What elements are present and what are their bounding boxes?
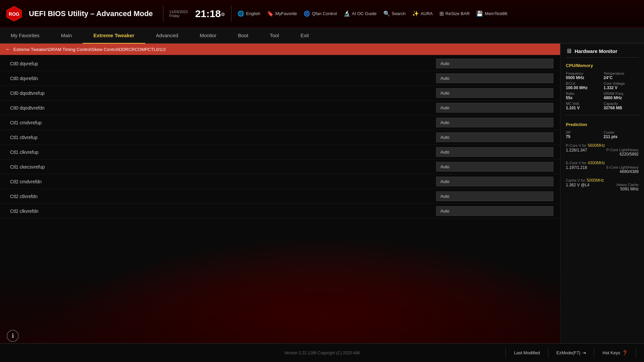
table-row: Ctl1 ctlvrefup Auto bbox=[0, 130, 560, 145]
memtest-menu[interactable]: 💾 MemTest86 bbox=[476, 10, 507, 17]
hw-cooler-value: 211 pts bbox=[604, 134, 639, 139]
hw-cpu-memory-section: CPU/Memory bbox=[566, 63, 639, 68]
hw-temperature-label: Temperature bbox=[604, 71, 639, 75]
content-area: ← Extreme Tweaker\DRAM Timing Control\Sk… bbox=[0, 44, 644, 343]
table-row: Ctl0 dqodtvrefdn Auto bbox=[0, 101, 560, 115]
search-icon: 🔍 bbox=[383, 10, 390, 17]
hw-ecore-light-heavy-value: 4690/4389 bbox=[620, 169, 639, 174]
aura-menu[interactable]: ✨ AURA bbox=[412, 10, 433, 17]
hw-ratio-label: Ratio bbox=[566, 92, 601, 96]
hw-cache-group: Cache V for 5000MHz 1.362 V @L4 Heavy Ca… bbox=[566, 178, 639, 191]
search-menu[interactable]: 🔍 Search bbox=[383, 10, 406, 17]
resizebar-menu[interactable]: ⊞ ReSize BAR bbox=[439, 10, 470, 17]
nav-advanced[interactable]: Advanced bbox=[145, 27, 189, 44]
header-divider-1 bbox=[163, 5, 163, 22]
setting-value-9[interactable]: Auto bbox=[436, 191, 553, 201]
monitor-icon: 🖥 bbox=[566, 48, 572, 55]
setting-value-8[interactable]: Auto bbox=[436, 177, 553, 186]
hw-cache-voltage-value: 1.362 V @L4 bbox=[566, 183, 589, 191]
setting-label-3: Ctl0 dqodtvrefdn bbox=[10, 105, 436, 111]
ai-icon: 🔬 bbox=[343, 10, 350, 17]
setting-label-2: Ctl0 dqodtvrefup bbox=[10, 90, 436, 96]
hw-monitor-header: 🖥 Hardware Monitor bbox=[566, 48, 639, 58]
nav-tool[interactable]: Tool bbox=[259, 27, 290, 44]
qfan-menu[interactable]: 🌀 Qfan Control bbox=[304, 10, 337, 17]
info-icon[interactable]: ℹ bbox=[7, 330, 19, 342]
setting-label-5: Ctl1 ctlvrefup bbox=[10, 135, 436, 140]
table-row: Ctl1 clkvrefup Auto bbox=[0, 145, 560, 160]
myfavorite-menu[interactable]: 🔖 MyFavorite bbox=[267, 10, 297, 17]
svg-text:ROG: ROG bbox=[9, 11, 19, 17]
ezmode-label: EzMode(F7) bbox=[556, 350, 581, 355]
setting-label-10: Ctl2 clkvrefdn bbox=[10, 208, 436, 214]
time-display: 21:18⚙ bbox=[195, 9, 225, 19]
header: ROG UEFI BIOS Utility – Advanced Mode 11… bbox=[0, 0, 644, 27]
back-arrow-icon[interactable]: ← bbox=[5, 46, 11, 52]
table-row: Ctl1 cmdvrefup Auto bbox=[0, 115, 560, 130]
setting-label-0: Ctl0 dqvrefup bbox=[10, 61, 436, 66]
setting-value-3[interactable]: Auto bbox=[436, 103, 553, 113]
hw-ecore-light-heavy-label: E-Core Light/Heavy bbox=[606, 165, 639, 169]
nav-my-favorites[interactable]: My Favorites bbox=[0, 27, 50, 44]
setting-label-8: Ctl2 cmdvrefdn bbox=[10, 179, 436, 184]
setting-label-9: Ctl2 ctlvrefdn bbox=[10, 194, 436, 199]
hw-pcore-group: P-Core V for 5600MHz 1.226/1.347 P-Core … bbox=[566, 143, 639, 157]
hw-frequency-label: Frequency bbox=[566, 71, 601, 75]
breadcrumb-text: Extreme Tweaker\DRAM Timing Control\Skew… bbox=[13, 47, 166, 52]
main-panel: ← Extreme Tweaker\DRAM Timing Control\Sk… bbox=[0, 44, 560, 343]
aioc-menu[interactable]: 🔬 AI OC Guide bbox=[343, 10, 377, 17]
english-menu[interactable]: 🌐 English bbox=[237, 10, 260, 17]
setting-label-4: Ctl1 cmdvrefup bbox=[10, 120, 436, 125]
right-panel: 🖥 Hardware Monitor CPU/Memory Frequency … bbox=[560, 44, 644, 343]
table-row: Ctl2 cmdvrefdn Auto bbox=[0, 174, 560, 189]
setting-value-7[interactable]: Auto bbox=[436, 162, 553, 172]
hotkeys-button[interactable]: Hot Keys ❓ bbox=[594, 348, 636, 358]
hw-ecore-v-for-label: E-Core V for bbox=[566, 161, 586, 165]
nav-boot[interactable]: Boot bbox=[227, 27, 259, 44]
globe-icon: 🌐 bbox=[237, 10, 244, 17]
last-modified-label: Last Modified bbox=[514, 350, 540, 355]
hw-bclk-label: BCLK bbox=[566, 81, 601, 85]
nav-extreme-tweaker[interactable]: Extreme Tweaker bbox=[83, 27, 145, 44]
setting-value-10[interactable]: Auto bbox=[436, 206, 553, 216]
hw-cooler-label: Cooler bbox=[604, 130, 639, 134]
hw-sp-label: SP bbox=[566, 130, 601, 134]
ezmode-button[interactable]: EzMode(F7) ⇥ bbox=[548, 348, 594, 358]
setting-value-6[interactable]: Auto bbox=[436, 147, 553, 157]
hw-pcore-light-heavy-label: P-Core Light/Heavy bbox=[606, 148, 639, 152]
resize-icon: ⊞ bbox=[439, 10, 444, 17]
hw-heavy-cache-label: Heavy Cache bbox=[616, 183, 639, 187]
hw-ecore-voltage-value: 1.197/1.218 bbox=[566, 165, 587, 174]
last-modified-button[interactable]: Last Modified bbox=[505, 348, 548, 358]
setting-value-4[interactable]: Auto bbox=[436, 118, 553, 127]
hw-dram-freq-value: 4800 MHz bbox=[604, 96, 639, 100]
hw-ratio-value: 55x bbox=[566, 96, 601, 100]
hw-mc-volt-value: 1.101 V bbox=[566, 106, 601, 110]
table-row: Ctl2 ctlvrefdn Auto bbox=[0, 189, 560, 204]
hw-prediction-section: Prediction bbox=[566, 122, 639, 127]
top-nav-icons: 🌐 English 🔖 MyFavorite 🌀 Qfan Control 🔬 … bbox=[237, 10, 639, 17]
nav-exit[interactable]: Exit bbox=[290, 27, 320, 44]
ezmode-icon: ⇥ bbox=[582, 350, 586, 355]
hotkeys-icon: ❓ bbox=[622, 350, 628, 355]
hw-monitor-title: Hardware Monitor bbox=[575, 48, 618, 54]
time-gear-icon[interactable]: ⚙ bbox=[221, 12, 225, 17]
hw-core-voltage-label: Core Voltage bbox=[604, 81, 639, 85]
hw-bclk-value: 100.00 MHz bbox=[566, 85, 601, 90]
hw-capacity-label: Capacity bbox=[604, 102, 639, 106]
setting-value-1[interactable]: Auto bbox=[436, 73, 553, 83]
hw-capacity-value: 32768 MB bbox=[604, 106, 639, 110]
hotkeys-label: Hot Keys bbox=[602, 350, 620, 355]
nav-monitor[interactable]: Monitor bbox=[189, 27, 227, 44]
settings-list: Ctl0 dqvrefup Auto Ctl0 dqvrefdn Auto Ct… bbox=[0, 55, 560, 343]
info-icon-area[interactable]: ℹ bbox=[7, 330, 19, 342]
fan-icon: 🌀 bbox=[304, 10, 310, 17]
bookmark-icon: 🔖 bbox=[267, 10, 274, 17]
nav-main[interactable]: Main bbox=[50, 27, 83, 44]
hw-temperature-value: 24°C bbox=[604, 75, 639, 80]
setting-value-5[interactable]: Auto bbox=[436, 132, 553, 142]
setting-value-2[interactable]: Auto bbox=[436, 88, 553, 98]
setting-value-0[interactable]: Auto bbox=[436, 59, 553, 68]
table-row: Ctl1 ckecsvrefup Auto bbox=[0, 160, 560, 174]
table-row: Ctl0 dqvrefdn Auto bbox=[0, 71, 560, 86]
